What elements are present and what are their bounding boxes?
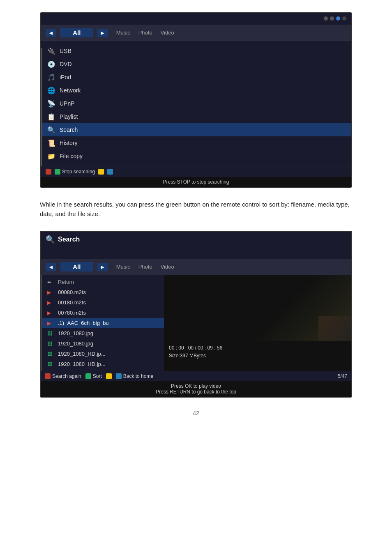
result-label-3: .1)_AAC_6ch_big_bu: [58, 320, 109, 326]
footer-btn-red[interactable]: [46, 169, 51, 175]
header-tabs-2: Music Photo Video: [116, 264, 174, 270]
search-title-icon: 🔍: [46, 235, 55, 244]
back-to-home-btn[interactable]: Back to home: [116, 373, 153, 379]
result-item-0[interactable]: ▶ 00080.m2ts: [41, 287, 164, 297]
menu-label-history: History: [60, 140, 78, 146]
menu-item-history[interactable]: 📜 History: [41, 136, 351, 150]
page-counter: 5/47: [338, 373, 347, 379]
result-item-5[interactable]: 🖼 1920_1080.jpg: [41, 338, 164, 349]
search-again-label: Search again: [52, 373, 81, 379]
video-icon-3: ▶: [47, 320, 55, 326]
menu-label-search: Search: [60, 126, 78, 133]
menu-item-search[interactable]: 🔍 Search: [41, 123, 351, 136]
yellow-btn-2: [106, 373, 112, 379]
green-btn-color: [55, 169, 60, 175]
dot-1: [324, 16, 328, 21]
result-label-1: 00180.m2ts: [58, 299, 86, 306]
tab-photo-2[interactable]: Photo: [138, 264, 152, 270]
footer-bar-2: Search again Sort Back to home 5/47: [41, 371, 351, 381]
usb-icon: 🔌: [47, 47, 55, 55]
back-to-home-label: Back to home: [123, 373, 153, 379]
footer-status-line1: Press OK to play video: [43, 383, 349, 389]
window-controls: [324, 16, 346, 21]
blue-btn-2: [116, 373, 122, 379]
footer-btn-yellow-2[interactable]: [106, 373, 112, 379]
footer-status-2: Press OK to play video Press RETURN to g…: [41, 381, 351, 397]
network-icon: 🌐: [47, 86, 55, 94]
ipod-icon: 🎵: [47, 73, 55, 81]
preview-thumb: [318, 316, 351, 341]
prev-arrow-2[interactable]: ◄: [46, 263, 56, 271]
search-title-text: Search: [58, 236, 80, 243]
menu-item-filecopy[interactable]: 📁 File copy: [41, 150, 351, 163]
result-return[interactable]: ⬅ Return: [41, 277, 164, 287]
dot-3: [336, 16, 340, 21]
result-item-7[interactable]: 🖼 1920_1080_HD.jp...: [41, 359, 164, 369]
menu-label-network: Network: [60, 87, 81, 94]
result-label-5: 1920_1080.jpg: [58, 340, 93, 347]
footer-btn-blue[interactable]: [107, 169, 113, 175]
menu-item-playlist[interactable]: 📋 Playlist: [41, 110, 351, 123]
result-label-6: 1920_1080_HD.jp...: [58, 351, 106, 357]
image-icon-0: 🖼: [47, 331, 55, 336]
prev-arrow[interactable]: ◄: [46, 29, 56, 37]
result-label-7: 1920_1080_HD.jp...: [58, 361, 106, 367]
menu-label-filecopy: File copy: [60, 153, 83, 159]
image-icon-2: 🖼: [47, 351, 55, 357]
header-tabs: Music Photo Video: [116, 30, 174, 36]
stop-searching-label: Stop searching: [62, 169, 95, 175]
next-arrow-2[interactable]: ►: [97, 263, 108, 271]
result-item-1[interactable]: ▶ 00180.m2ts: [41, 297, 164, 308]
footer-btn-green-2[interactable]: Sort: [85, 373, 102, 379]
menu-list: 🔌 USB 💿 DVD 🎵 iPod 🌐 Network 📡 UPnP 📋: [41, 41, 351, 166]
menu-label-playlist: Playlist: [60, 113, 78, 120]
menu-item-network[interactable]: 🌐 Network: [41, 84, 351, 97]
description-text: While in the search results, you can pre…: [40, 200, 352, 218]
result-label-0: 00080.m2ts: [58, 289, 86, 295]
menu-label-dvd: DVD: [60, 61, 72, 67]
upnp-icon: 📡: [47, 99, 55, 108]
result-item-3[interactable]: ▶ .1)_AAC_6ch_big_bu: [41, 318, 164, 328]
dvd-icon: 💿: [47, 60, 55, 68]
tab-video[interactable]: Video: [161, 30, 174, 36]
red-btn-2: [45, 373, 51, 379]
menu-item-ipod[interactable]: 🎵 iPod: [41, 71, 351, 84]
result-item-2[interactable]: ▶ 00780.m2ts: [41, 308, 164, 318]
menu-label-usb: USB: [60, 48, 71, 54]
left-bar: [41, 48, 42, 166]
menu-item-usb[interactable]: 🔌 USB: [41, 44, 351, 58]
result-label-4: 1920_1080.jpg: [58, 330, 93, 336]
result-label-2: 00780.m2ts: [58, 310, 86, 316]
footer-btn-green[interactable]: Stop searching: [55, 169, 95, 175]
header-title: All: [60, 28, 93, 37]
search-title-bar: 🔍 Search: [41, 232, 351, 247]
vertical-divider: [41, 275, 42, 371]
list-panel: ⬅ Return ▶ 00080.m2ts ▶ 00180.m2ts ▶ 007…: [41, 275, 164, 371]
preview-panel: 00 : 00 : 00 / 00 : 09 : 56 Size:397 MBy…: [164, 275, 351, 371]
next-arrow[interactable]: ►: [97, 29, 108, 37]
dot-2: [330, 16, 334, 21]
menu-label-upnp: UPnP: [60, 100, 75, 107]
result-item-6[interactable]: 🖼 1920_1080_HD.jp...: [41, 349, 164, 359]
footer-btn-red-2[interactable]: Search again: [45, 373, 81, 379]
history-icon: 📜: [47, 139, 55, 147]
info-area: 00 : 00 : 00 / 00 : 09 : 56 Size:397 MBy…: [164, 341, 351, 363]
tab-music-2[interactable]: Music: [116, 264, 130, 270]
result-item-4[interactable]: 🖼 1920_1080.jpg: [41, 328, 164, 338]
preview-dark: [164, 275, 351, 341]
tab-video-2[interactable]: Video: [161, 264, 174, 270]
blue-btn-color: [107, 169, 113, 175]
menu-item-upnp[interactable]: 📡 UPnP: [41, 97, 351, 110]
footer-status-line2: Press RETURN to go back to the top: [43, 389, 349, 395]
tab-music[interactable]: Music: [116, 30, 130, 36]
video-icon-0: ▶: [47, 290, 55, 295]
menu-item-dvd[interactable]: 💿 DVD: [41, 58, 351, 71]
tab-photo[interactable]: Photo: [138, 30, 152, 36]
page-container: ◄ All ► Music Photo Video 🔌 USB 💿 DVD 🎵: [0, 0, 392, 429]
red-btn-color: [46, 169, 51, 175]
footer-bar-1: Stop searching: [41, 166, 351, 177]
yellow-btn-color: [98, 169, 104, 175]
search-icon: 🔍: [47, 126, 55, 134]
footer-btn-yellow[interactable]: [98, 169, 104, 175]
player-header-2: ◄ All ► Music Photo Video: [41, 259, 351, 275]
